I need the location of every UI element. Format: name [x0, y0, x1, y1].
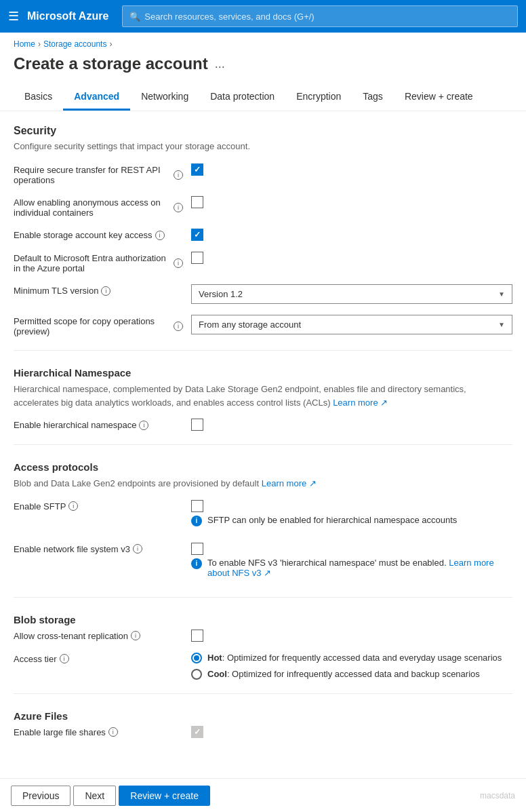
hamburger-icon[interactable]: ☰	[8, 9, 19, 24]
enable-key-access-label: Enable storage account key access i	[14, 229, 183, 240]
content-area: Security Configure security settings tha…	[0, 111, 526, 803]
hierarchical-namespace-desc: Hierarchical namespace, complemented by …	[14, 383, 512, 409]
tab-encryption[interactable]: Encryption	[285, 84, 352, 111]
tab-data-protection[interactable]: Data protection	[199, 84, 285, 111]
enable-nfs-label: Enable network file system v3 i	[14, 543, 183, 554]
top-navigation: ☰ Microsoft Azure 🔍 Search resources, se…	[0, 0, 526, 33]
search-bar[interactable]: 🔍 Search resources, services, and docs (…	[122, 5, 518, 27]
min-tls-dropdown[interactable]: Version 1.2 ▼	[191, 284, 512, 304]
enable-hierarchical-info-icon[interactable]: i	[139, 421, 148, 430]
enable-hierarchical-label: Enable hierarchical namespace i	[14, 419, 183, 430]
previous-button[interactable]: Previous	[11, 786, 70, 806]
tab-tags[interactable]: Tags	[352, 84, 394, 111]
access-protocols-desc: Blob and Data Lake Gen2 endpoints are pr…	[14, 477, 512, 490]
min-tls-value: Version 1.2	[199, 289, 243, 299]
access-protocols-section: Access protocols Blob and Data Lake Gen2…	[14, 461, 512, 583]
access-tier-hot-row: Hot: Optimized for frequently accessed d…	[191, 653, 512, 663]
search-placeholder: Search resources, services, and docs (G+…	[144, 12, 314, 22]
enable-hierarchical-checkbox[interactable]	[191, 419, 203, 431]
permitted-scope-dropdown[interactable]: From any storage account ▼	[191, 315, 512, 334]
sftp-info-icon[interactable]: i	[68, 501, 78, 511]
search-icon: 🔍	[129, 12, 140, 22]
security-section: Security Configure security settings tha…	[14, 125, 512, 336]
enable-key-access-info-icon[interactable]: i	[155, 231, 165, 240]
allow-anonymous-access-row: Allow enabling anonymous access on indiv…	[14, 196, 512, 218]
security-desc: Configure security settings that impact …	[14, 141, 512, 151]
azure-files-section: Azure Files Enable large file shares i	[14, 710, 512, 738]
cross-tenant-row: Allow cross-tenant replication i	[14, 630, 512, 642]
divider-4	[14, 693, 512, 694]
require-secure-transfer-info-icon[interactable]: i	[174, 170, 183, 180]
breadcrumb-sep2: ›	[109, 39, 112, 49]
blob-storage-section: Blob storage Allow cross-tenant replicat…	[14, 614, 512, 680]
breadcrumb-home[interactable]: Home	[14, 39, 35, 49]
tab-advanced[interactable]: Advanced	[63, 84, 130, 111]
blob-storage-title: Blob storage	[14, 614, 512, 625]
tab-basics[interactable]: Basics	[14, 84, 63, 111]
cross-tenant-info-icon[interactable]: i	[131, 631, 140, 640]
access-tier-hot-inner	[194, 655, 199, 661]
permitted-scope-chevron: ▼	[498, 321, 505, 328]
enable-sftp-row: Enable SFTP i i SFTP can only be enabled…	[14, 500, 512, 532]
breadcrumb: Home › Storage accounts ›	[0, 33, 526, 52]
sftp-info-box: i SFTP can only be enabled for hierarchi…	[191, 515, 512, 526]
cross-tenant-checkbox[interactable]	[191, 630, 203, 642]
large-file-shares-checkbox[interactable]	[191, 726, 203, 738]
page-title-row: Create a storage account ...	[0, 52, 526, 84]
nfs-info-circle: i	[191, 558, 202, 569]
breadcrumb-storage-accounts[interactable]: Storage accounts	[43, 39, 106, 49]
min-tls-chevron: ▼	[498, 290, 505, 298]
divider-3	[14, 597, 512, 598]
access-tier-hot-radio[interactable]	[191, 653, 202, 663]
access-tier-label: Access tier i	[14, 653, 183, 664]
tab-bar: Basics Advanced Networking Data protecti…	[0, 84, 526, 111]
nfs-info-text: To enable NFS v3 'hierarchical namespace…	[207, 558, 512, 578]
page-title: Create a storage account	[14, 54, 208, 73]
allow-anonymous-access-label: Allow enabling anonymous access on indiv…	[14, 196, 183, 218]
permitted-scope-info-icon[interactable]: i	[174, 322, 183, 331]
enable-nfs-checkbox[interactable]	[191, 543, 203, 555]
default-entra-row: Default to Microsoft Entra authorization…	[14, 252, 512, 273]
nfs-info-icon[interactable]: i	[133, 544, 142, 554]
require-secure-transfer-checkbox[interactable]	[191, 163, 203, 176]
tab-networking[interactable]: Networking	[130, 84, 199, 111]
breadcrumb-sep1: ›	[38, 39, 41, 49]
access-tier-cool-radio[interactable]	[191, 669, 202, 680]
sftp-info-circle: i	[191, 516, 202, 526]
permitted-scope-label: Permitted scope for copy operations (pre…	[14, 315, 183, 336]
azure-files-title: Azure Files	[14, 710, 512, 722]
large-file-shares-label: Enable large file shares i	[14, 726, 183, 737]
review-create-button[interactable]: Review + create	[119, 786, 210, 806]
access-protocols-title: Access protocols	[14, 461, 512, 473]
allow-anonymous-access-info-icon[interactable]: i	[174, 203, 183, 212]
allow-anonymous-access-checkbox[interactable]	[191, 196, 203, 208]
access-tier-info-icon[interactable]: i	[60, 654, 69, 663]
default-entra-info-icon[interactable]: i	[174, 258, 183, 268]
require-secure-transfer-row: Require secure transfer for REST API ope…	[14, 163, 512, 185]
sftp-info-text: SFTP can only be enabled for hierarchica…	[207, 515, 457, 525]
enable-hierarchical-row: Enable hierarchical namespace i	[14, 419, 512, 431]
hierarchical-namespace-title: Hierarchical Namespace	[14, 367, 512, 379]
enable-key-access-checkbox[interactable]	[191, 229, 203, 241]
enable-sftp-label: Enable SFTP i	[14, 500, 183, 511]
hierarchical-namespace-learn-more[interactable]: Learn more ↗	[333, 398, 388, 408]
next-button[interactable]: Next	[73, 786, 116, 806]
access-protocols-learn-more[interactable]: Learn more ↗	[262, 478, 317, 488]
bottom-bar: Previous Next Review + create macsdata	[0, 778, 526, 812]
divider-1	[14, 350, 512, 351]
access-tier-hot-label: Hot: Optimized for frequently accessed d…	[207, 653, 502, 663]
security-title: Security	[14, 125, 512, 137]
permitted-scope-value: From any storage account	[199, 320, 301, 330]
divider-2	[14, 444, 512, 445]
nfs-info-box: i To enable NFS v3 'hierarchical namespa…	[191, 558, 512, 578]
min-tls-label: Minimum TLS version i	[14, 284, 183, 296]
tab-review-create[interactable]: Review + create	[394, 84, 484, 111]
require-secure-transfer-label: Require secure transfer for REST API ope…	[14, 163, 183, 185]
default-entra-checkbox[interactable]	[191, 252, 203, 264]
large-file-shares-info-icon[interactable]: i	[108, 727, 118, 737]
page-more-button[interactable]: ...	[215, 57, 225, 71]
enable-nfs-row: Enable network file system v3 i i To ena…	[14, 543, 512, 583]
access-tier-cool-row: Cool: Optimized for infrequently accesse…	[191, 669, 512, 680]
min-tls-info-icon[interactable]: i	[101, 286, 110, 296]
enable-sftp-checkbox[interactable]	[191, 500, 203, 512]
